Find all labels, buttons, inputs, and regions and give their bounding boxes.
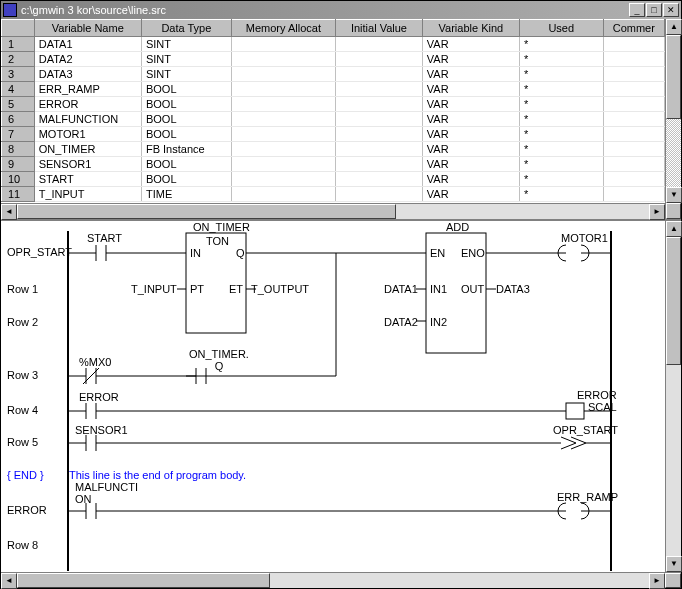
cell-comment[interactable]	[603, 97, 664, 112]
scroll-down-icon[interactable]: ▼	[666, 556, 682, 572]
rownum-cell[interactable]: 11	[2, 187, 35, 202]
cell-used[interactable]: *	[519, 142, 603, 157]
rownum-cell[interactable]: 9	[2, 157, 35, 172]
cell-name[interactable]: DATA2	[34, 52, 141, 67]
cell-type[interactable]: BOOL	[141, 112, 231, 127]
scroll-left-icon[interactable]: ◄	[1, 573, 17, 589]
cell-comment[interactable]	[603, 157, 664, 172]
cell-kind[interactable]: VAR	[422, 142, 519, 157]
cell-name[interactable]: ON_TIMER	[34, 142, 141, 157]
minimize-button[interactable]: _	[629, 3, 645, 17]
rownum-cell[interactable]: 8	[2, 142, 35, 157]
cell-kind[interactable]: VAR	[422, 127, 519, 142]
cell-comment[interactable]	[603, 52, 664, 67]
rownum-cell[interactable]: 10	[2, 172, 35, 187]
cell-type[interactable]: BOOL	[141, 127, 231, 142]
cell-name[interactable]: START	[34, 172, 141, 187]
cell-kind[interactable]: VAR	[422, 112, 519, 127]
col-initial-value[interactable]: Initial Value	[336, 20, 423, 37]
cell-name[interactable]: T_INPUT	[34, 187, 141, 202]
cell-mem[interactable]	[231, 82, 335, 97]
maximize-button[interactable]: □	[646, 3, 662, 17]
close-button[interactable]: ✕	[663, 3, 679, 17]
cell-init[interactable]	[336, 187, 423, 202]
cell-type[interactable]: TIME	[141, 187, 231, 202]
scroll-down-icon[interactable]: ▼	[666, 187, 682, 203]
table-row[interactable]: 4ERR_RAMPBOOLVAR*	[2, 82, 665, 97]
cell-name[interactable]: ERR_RAMP	[34, 82, 141, 97]
table-row[interactable]: 3DATA3SINTVAR*	[2, 67, 665, 82]
cell-mem[interactable]	[231, 172, 335, 187]
col-memory-alloc[interactable]: Memory Allocat	[231, 20, 335, 37]
cell-kind[interactable]: VAR	[422, 37, 519, 52]
ladder-hscrollbar[interactable]: ◄ ►	[1, 572, 681, 588]
cell-used[interactable]: *	[519, 67, 603, 82]
cell-comment[interactable]	[603, 187, 664, 202]
cell-init[interactable]	[336, 82, 423, 97]
cell-type[interactable]: BOOL	[141, 157, 231, 172]
cell-type[interactable]: SINT	[141, 37, 231, 52]
col-data-type[interactable]: Data Type	[141, 20, 231, 37]
scroll-right-icon[interactable]: ►	[649, 573, 665, 589]
cell-name[interactable]: MALFUNCTION	[34, 112, 141, 127]
cell-init[interactable]	[336, 142, 423, 157]
cell-used[interactable]: *	[519, 172, 603, 187]
cell-used[interactable]: *	[519, 157, 603, 172]
rownum-cell[interactable]: 4	[2, 82, 35, 97]
rownum-cell[interactable]: 6	[2, 112, 35, 127]
cell-name[interactable]: DATA3	[34, 67, 141, 82]
table-row[interactable]: 11T_INPUTTIMEVAR*	[2, 187, 665, 202]
cell-kind[interactable]: VAR	[422, 67, 519, 82]
cell-used[interactable]: *	[519, 112, 603, 127]
table-row[interactable]: 6MALFUNCTIONBOOLVAR*	[2, 112, 665, 127]
cell-type[interactable]: SINT	[141, 67, 231, 82]
scroll-left-icon[interactable]: ◄	[1, 204, 17, 220]
cell-type[interactable]: SINT	[141, 52, 231, 67]
cell-name[interactable]: ERROR	[34, 97, 141, 112]
cell-name[interactable]: MOTOR1	[34, 127, 141, 142]
cell-mem[interactable]	[231, 52, 335, 67]
cell-mem[interactable]	[231, 127, 335, 142]
rownum-cell[interactable]: 1	[2, 37, 35, 52]
cell-init[interactable]	[336, 127, 423, 142]
scroll-up-icon[interactable]: ▲	[666, 19, 682, 35]
cell-kind[interactable]: VAR	[422, 172, 519, 187]
cell-kind[interactable]: VAR	[422, 97, 519, 112]
cell-type[interactable]: BOOL	[141, 97, 231, 112]
cell-kind[interactable]: VAR	[422, 52, 519, 67]
cell-used[interactable]: *	[519, 187, 603, 202]
ladder-canvas[interactable]: OPR_START Row 1 Row 2 Row 3 Row 4 Row 5 …	[1, 221, 665, 572]
cell-init[interactable]	[336, 157, 423, 172]
cell-init[interactable]	[336, 37, 423, 52]
cell-init[interactable]	[336, 52, 423, 67]
table-row[interactable]: 1DATA1SINTVAR*	[2, 37, 665, 52]
cell-used[interactable]: *	[519, 37, 603, 52]
table-row[interactable]: 7MOTOR1BOOLVAR*	[2, 127, 665, 142]
cell-type[interactable]: BOOL	[141, 82, 231, 97]
cell-used[interactable]: *	[519, 97, 603, 112]
cell-mem[interactable]	[231, 187, 335, 202]
cell-kind[interactable]: VAR	[422, 157, 519, 172]
rownum-header[interactable]	[2, 20, 35, 37]
col-variable-kind[interactable]: Variable Kind	[422, 20, 519, 37]
cell-name[interactable]: SENSOR1	[34, 157, 141, 172]
cell-mem[interactable]	[231, 37, 335, 52]
cell-kind[interactable]: VAR	[422, 187, 519, 202]
cell-init[interactable]	[336, 97, 423, 112]
cell-comment[interactable]	[603, 67, 664, 82]
cell-comment[interactable]	[603, 172, 664, 187]
cell-comment[interactable]	[603, 127, 664, 142]
top-vscrollbar[interactable]: ▲ ▼	[665, 19, 681, 219]
rownum-cell[interactable]: 7	[2, 127, 35, 142]
table-row[interactable]: 8ON_TIMERFB InstanceVAR*	[2, 142, 665, 157]
table-row[interactable]: 5ERRORBOOLVAR*	[2, 97, 665, 112]
cell-init[interactable]	[336, 172, 423, 187]
table-row[interactable]: 9SENSOR1BOOLVAR*	[2, 157, 665, 172]
cell-kind[interactable]: VAR	[422, 82, 519, 97]
cell-mem[interactable]	[231, 112, 335, 127]
cell-mem[interactable]	[231, 97, 335, 112]
cell-name[interactable]: DATA1	[34, 37, 141, 52]
cell-used[interactable]: *	[519, 82, 603, 97]
variable-grid[interactable]: Variable Name Data Type Memory Allocat I…	[1, 19, 665, 203]
top-hscrollbar[interactable]: ◄ ►	[1, 203, 665, 219]
